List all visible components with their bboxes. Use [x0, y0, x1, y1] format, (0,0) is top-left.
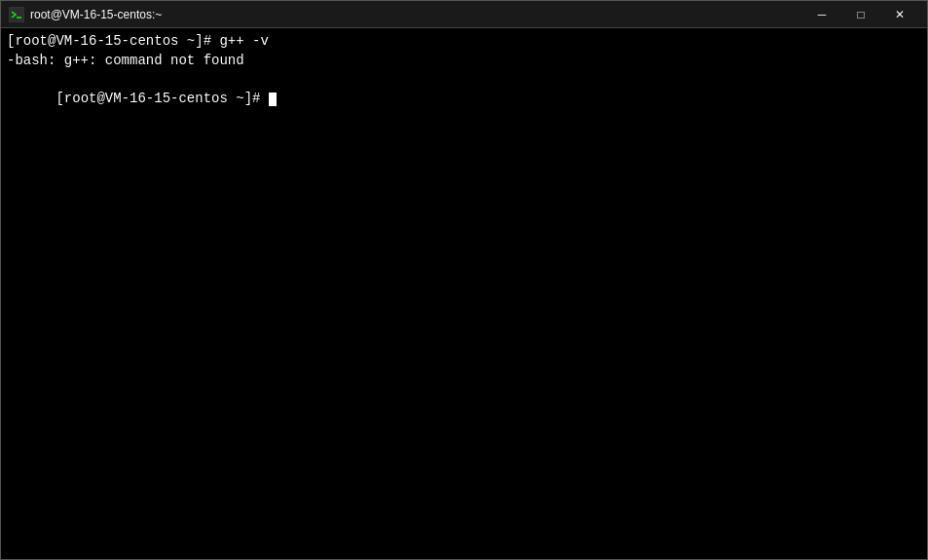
close-button[interactable]: ✕ [880, 1, 919, 28]
terminal-line-3: [root@VM-16-15-centos ~]# [7, 70, 921, 128]
titlebar-title: root@VM-16-15-centos:~ [30, 8, 162, 21]
cursor [269, 93, 277, 106]
titlebar-controls: ─ □ ✕ [802, 1, 919, 28]
titlebar-left: root@VM-16-15-centos:~ [9, 7, 162, 22]
terminal-icon [9, 7, 24, 22]
maximize-button[interactable]: □ [841, 1, 880, 28]
terminal-line-1: [root@VM-16-15-centos ~]# g++ -v [7, 32, 921, 52]
minimize-button[interactable]: ─ [802, 1, 841, 28]
terminal-body[interactable]: [root@VM-16-15-centos ~]# g++ -v -bash: … [1, 28, 927, 559]
terminal-window: root@VM-16-15-centos:~ ─ □ ✕ [root@VM-16… [0, 0, 928, 560]
titlebar: root@VM-16-15-centos:~ ─ □ ✕ [1, 1, 927, 28]
terminal-line-2: -bash: g++: command not found [7, 52, 921, 71]
